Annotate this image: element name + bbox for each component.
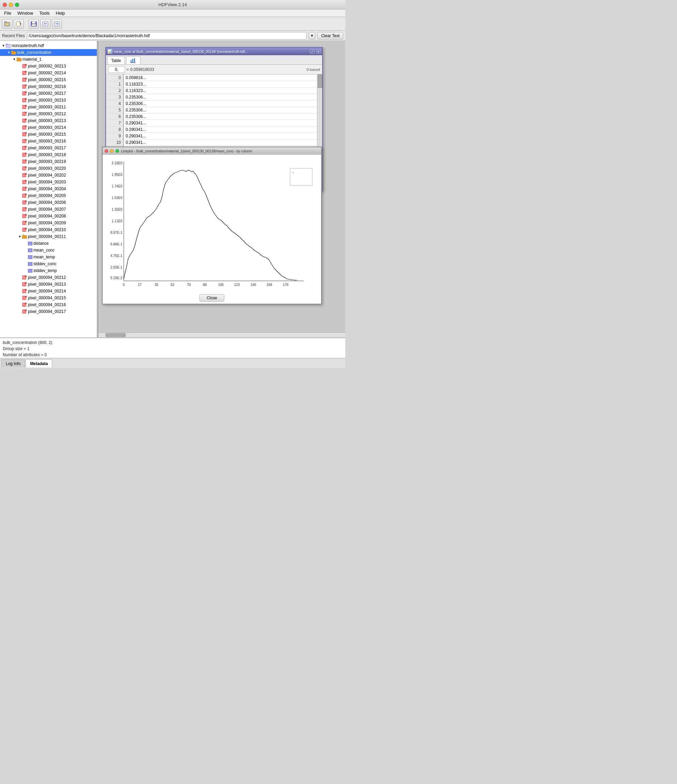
tree-item-material1[interactable]: ▼ material_1 — [0, 56, 97, 63]
chart-close-btn[interactable] — [105, 149, 108, 153]
tree-toggle-pixel_000094_00212[interactable] — [18, 275, 22, 280]
h-scrollbar-thumb[interactable] — [105, 333, 126, 337]
tree-toggle-pixel_000094_00204[interactable] — [18, 187, 22, 191]
tree-toggle-stddev_conc[interactable] — [23, 262, 27, 266]
tree-toggle-pixel_000092_00213[interactable] — [18, 64, 22, 68]
tree-toggle-pixel_000092_00217[interactable] — [18, 91, 22, 95]
maximize-button[interactable] — [15, 3, 19, 7]
tab-chart[interactable] — [126, 56, 140, 64]
tree-item-pixel_000094_00209[interactable]: pixel_000094_00209 — [0, 219, 97, 226]
table-row[interactable]: 90.290341... — [106, 133, 322, 139]
tree-toggle-pixel_000093_00212[interactable] — [18, 112, 22, 116]
tree-toggle-distance[interactable] — [23, 241, 27, 246]
tree-toggle-stddev_temp[interactable] — [23, 269, 27, 273]
tree-toggle-pixel_000094_00207[interactable] — [18, 207, 22, 212]
table-row[interactable]: 40.235306... — [106, 101, 322, 107]
close-button[interactable] — [3, 3, 7, 7]
tree-item-pixel_000093_00219[interactable]: pixel_000093_00219 — [0, 158, 97, 165]
table-expand-button[interactable]: ⤢ — [310, 49, 314, 54]
tree-toggle-pixel_000094_00203[interactable] — [18, 180, 22, 184]
table-row[interactable]: 10.116323... — [106, 81, 322, 88]
tree-item-pixel_000093_00218[interactable]: pixel_000093_00218 — [0, 151, 97, 158]
tree-toggle-mean_conc[interactable] — [23, 248, 27, 252]
minimize-button[interactable] — [9, 3, 13, 7]
tree-toggle-pixel_000093_00213[interactable] — [18, 119, 22, 123]
tree-item-pixel_000094_00202[interactable]: pixel_000094_00202 — [0, 172, 97, 179]
tree-item-pixel_000094_00204[interactable]: pixel_000094_00204 — [0, 185, 97, 192]
tree-toggle-pixel_000094_00205[interactable] — [18, 194, 22, 198]
tree-item-pixel_000093_00215[interactable]: pixel_000093_00215 — [0, 131, 97, 138]
index-input[interactable] — [108, 66, 125, 73]
tree-item-pixel_000094_00207[interactable]: pixel_000094_00207 — [0, 206, 97, 213]
tree-item-pixel_000094_00205[interactable]: pixel_000094_00205 — [0, 192, 97, 199]
tree-item-pixel_000094_00203[interactable]: pixel_000094_00203 — [0, 179, 97, 185]
tree-item-pixel_000093_00220[interactable]: pixel_000093_00220 — [0, 165, 97, 172]
tree-item-pixel_000093_00217[interactable]: pixel_000093_00217 — [0, 145, 97, 151]
tree-item-mean_temp[interactable]: mean_temp — [0, 254, 97, 260]
tree-toggle-pixel_000092_00215[interactable] — [18, 78, 22, 82]
menu-window[interactable]: Window — [15, 10, 36, 16]
toggle-material1[interactable]: ▼ — [12, 57, 16, 61]
table-row[interactable]: 80.290341... — [106, 126, 322, 133]
tree-toggle-pixel_000094_00214[interactable] — [18, 289, 22, 293]
tree-item-pixel_000092_00217[interactable]: pixel_000092_00217 — [0, 90, 97, 97]
tree-toggle-pixel_000094_00213[interactable] — [18, 282, 22, 286]
tree-toggle-pixel_000093_00210[interactable] — [18, 98, 22, 102]
tree-item-pixel_000094_00210[interactable]: pixel_000094_00210 — [0, 226, 97, 233]
tree-toggle-pixel_000094_00217[interactable] — [18, 310, 22, 314]
tree-item-pixel_000093_00214[interactable]: pixel_000093_00214 — [0, 124, 97, 131]
save-button[interactable] — [29, 19, 39, 29]
table-row[interactable]: 100.290341... — [106, 139, 322, 146]
tree-toggle-pixel_000094_00215[interactable] — [18, 296, 22, 300]
menu-help[interactable]: Help — [53, 10, 68, 16]
tree-item-pixel_000092_00213[interactable]: pixel_000092_00213 — [0, 63, 97, 70]
tree-item-pixel_000092_00215[interactable]: pixel_000092_00215 — [0, 76, 97, 83]
tree-item-pixel_000094_00216[interactable]: pixel_000094_00216 — [0, 301, 97, 308]
tree-item-pixel_000094_00206[interactable]: pixel_000094_00206 — [0, 199, 97, 206]
tree-item-pixel_000094_00211[interactable]: ▼ pixel_000094_00211 — [0, 233, 97, 240]
tree-item-root[interactable]: ▼ nonrastertruth.hdf — [0, 42, 97, 49]
menu-tools[interactable]: Tools — [36, 10, 52, 16]
tree-toggle-mean_temp[interactable] — [23, 255, 27, 259]
table-row[interactable]: 00.059818... — [106, 75, 322, 81]
tree-toggle-pixel_000093_00219[interactable] — [18, 160, 22, 163]
tree-item-pixel_000093_00210[interactable]: pixel_000093_00210 — [0, 97, 97, 104]
tree-toggle-pixel_000094_00216[interactable] — [18, 303, 22, 307]
new-file-button[interactable] — [14, 19, 24, 29]
tree-item-stddev_conc[interactable]: stddev_conc — [0, 260, 97, 267]
tree-item-pixel_000093_00216[interactable]: pixel_000093_00216 — [0, 138, 97, 145]
tree-toggle-pixel_000093_00214[interactable] — [18, 126, 22, 129]
forward-button[interactable]: ↪ — [52, 19, 62, 29]
tree-toggle-pixel_000094_00209[interactable] — [18, 221, 22, 225]
tree-item-pixel_000092_00216[interactable]: pixel_000092_00216 — [0, 83, 97, 90]
table-row[interactable]: 20.116323... — [106, 88, 322, 94]
tree-item-pixel_000093_00213[interactable]: pixel_000093_00213 — [0, 117, 97, 124]
tree-item-mean_conc[interactable]: mean_conc — [0, 247, 97, 254]
toggle-bulk[interactable]: ▼ — [7, 50, 11, 54]
tree-toggle-pixel_000093_00217[interactable] — [18, 146, 22, 150]
tree-toggle-pixel_000094_00206[interactable] — [18, 201, 22, 205]
toggle-root[interactable]: ▼ — [2, 44, 5, 48]
tab-metadata[interactable]: Metadata — [26, 359, 52, 367]
tree-toggle-pixel_000093_00218[interactable] — [18, 153, 22, 157]
menu-file[interactable]: File — [2, 10, 14, 16]
tree-toggle-pixel_000092_00216[interactable] — [18, 84, 22, 89]
tree-toggle-pixel_000094_00202[interactable] — [18, 173, 22, 177]
table-close-button[interactable]: ✕ — [316, 49, 321, 54]
tree-toggle-pixel_000093_00215[interactable] — [18, 132, 22, 136]
clear-text-button[interactable]: Clear Text — [317, 32, 343, 40]
chart-max-btn[interactable] — [115, 149, 119, 153]
tree-item-pixel_000093_00212[interactable]: pixel_000093_00212 — [0, 110, 97, 117]
open-file-button[interactable] — [2, 19, 12, 29]
table-row[interactable]: 60.235306... — [106, 114, 322, 120]
tree-item-pixel_000094_00217[interactable]: pixel_000094_00217 — [0, 308, 97, 315]
tree-item-stddev_temp[interactable]: stddev_temp — [0, 267, 97, 274]
tree-toggle-pixel_000093_00216[interactable] — [18, 139, 22, 143]
tree-toggle-pixel_000092_00214[interactable] — [18, 71, 22, 75]
tree-toggle-pixel_000094_00211[interactable]: ▼ — [18, 235, 22, 239]
recent-files-dropdown[interactable]: ▼ — [308, 32, 315, 40]
back-button[interactable]: ↩ — [40, 19, 50, 29]
recent-files-input[interactable] — [27, 32, 307, 40]
tree-item-pixel_000093_00211[interactable]: pixel_000093_00211 — [0, 104, 97, 110]
tree-item-pixel_000092_00214[interactable]: pixel_000092_00214 — [0, 70, 97, 76]
